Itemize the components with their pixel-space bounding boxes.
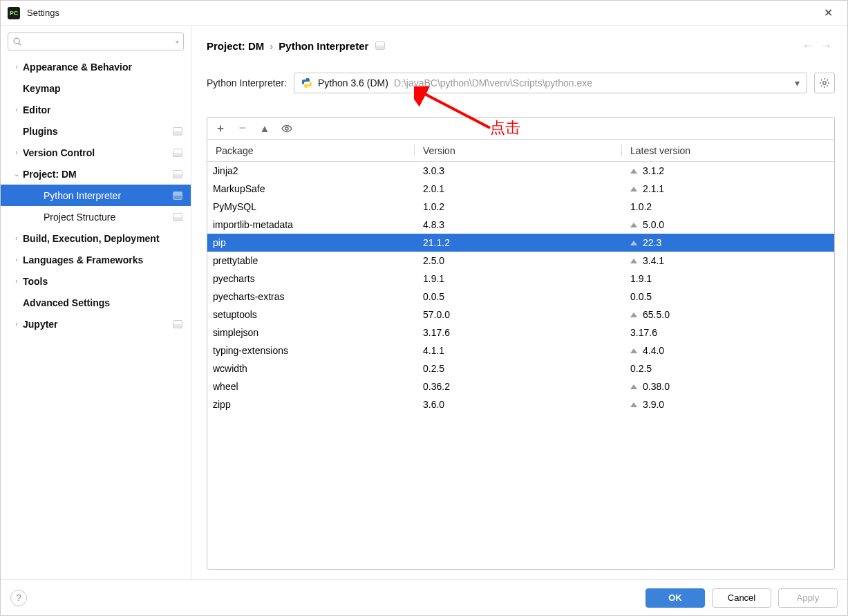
package-panel: + − ▲ Package Version Latest version Jin… — [207, 117, 835, 570]
sidebar-item[interactable]: ›Appearance & Behavior — [1, 56, 191, 77]
package-latest: 65.5.0 — [622, 309, 834, 320]
chevron-down-icon: ▾ — [795, 77, 800, 88]
sidebar-item-label: Editor — [23, 104, 191, 115]
table-row[interactable]: pyecharts1.9.11.9.1 — [207, 270, 834, 288]
table-row[interactable]: prettytable2.5.03.4.1 — [207, 252, 834, 270]
package-version: 2.0.1 — [415, 183, 622, 194]
chevron-right-icon[interactable]: › — [13, 106, 20, 113]
package-latest: 0.0.5 — [622, 291, 834, 302]
svg-point-2 — [823, 82, 826, 84]
interpreter-dropdown[interactable]: Python 3.6 (DM) D:\javaBC\python\DM\venv… — [294, 73, 807, 93]
package-version: 4.8.3 — [415, 219, 622, 230]
module-badge-icon — [173, 170, 182, 178]
package-latest: 0.2.5 — [622, 363, 834, 374]
chevron-right-icon[interactable]: › — [13, 234, 20, 242]
upgrade-available-icon — [630, 348, 637, 353]
breadcrumb-sep: › — [270, 40, 273, 52]
table-row[interactable]: zipp3.6.03.9.0 — [207, 395, 834, 413]
sidebar-item[interactable]: ›Keymap — [1, 77, 191, 99]
package-name: PyMySQL — [207, 201, 415, 212]
sidebar-item[interactable]: ›Plugins — [1, 120, 191, 142]
sidebar-item[interactable]: ›Build, Execution, Deployment — [1, 227, 191, 249]
sidebar-item[interactable]: ›Python Interpreter — [1, 185, 191, 206]
breadcrumb-leaf: Python Interpreter — [279, 40, 368, 52]
package-latest: 2.1.1 — [622, 183, 834, 194]
sidebar-item-label: Advanced Settings — [23, 297, 191, 308]
package-name: setuptools — [207, 309, 415, 320]
sidebar-item[interactable]: ⌄Project: DM — [1, 163, 191, 185]
settings-tree: ›Appearance & Behavior›Keymap›Editor›Plu… — [1, 56, 191, 579]
ok-button[interactable]: OK — [646, 588, 705, 608]
package-name: zipp — [207, 399, 415, 410]
svg-line-1 — [19, 43, 21, 45]
chevron-right-icon[interactable]: › — [13, 256, 20, 263]
sidebar-item-label: Tools — [23, 276, 191, 287]
apply-button[interactable]: Apply — [778, 588, 838, 608]
table-row[interactable]: MarkupSafe2.0.12.1.1 — [207, 180, 834, 198]
table-row[interactable]: wcwidth0.2.50.2.5 — [207, 360, 834, 377]
column-header-package[interactable]: Package — [207, 145, 415, 156]
sidebar-item[interactable]: ›Jupyter — [1, 313, 191, 335]
table-row[interactable]: simplejson3.17.63.17.6 — [207, 324, 834, 342]
svg-point-0 — [14, 38, 19, 44]
help-button[interactable]: ? — [10, 590, 27, 606]
sidebar-item-label: Project: DM — [23, 169, 173, 180]
package-name: pyecharts-extras — [207, 291, 415, 302]
chevron-down-icon[interactable]: ⌄ — [13, 170, 20, 178]
nav-back-icon[interactable]: ← — [799, 39, 817, 53]
table-row[interactable]: importlib-metadata4.8.35.0.0 — [207, 216, 834, 234]
bottom-bar: ? OK Cancel Apply — [1, 579, 847, 615]
column-header-version[interactable]: Version — [415, 145, 622, 156]
module-badge-icon — [173, 127, 182, 136]
package-latest: 3.17.6 — [622, 327, 834, 338]
table-row[interactable]: wheel0.36.20.38.0 — [207, 377, 834, 395]
chevron-right-icon[interactable]: › — [13, 320, 20, 328]
chevron-right-icon[interactable]: › — [13, 63, 20, 71]
package-version: 1.0.2 — [415, 201, 622, 212]
package-name: Jinja2 — [207, 165, 415, 176]
show-early-releases-button[interactable] — [281, 122, 293, 135]
app-icon: PC — [8, 7, 20, 19]
package-latest: 3.9.0 — [622, 399, 834, 410]
module-badge-icon — [173, 192, 182, 200]
search-icon — [12, 37, 22, 46]
sidebar-item[interactable]: ›Editor — [1, 99, 191, 120]
close-icon[interactable]: ✕ — [816, 6, 840, 19]
package-version: 0.2.5 — [415, 363, 622, 374]
package-version: 3.6.0 — [415, 399, 622, 410]
sidebar-item[interactable]: ›Version Control — [1, 142, 191, 163]
module-badge-icon — [173, 149, 182, 157]
upgrade-available-icon — [630, 187, 637, 192]
upgrade-available-icon — [630, 169, 637, 174]
remove-package-button[interactable]: − — [236, 122, 249, 135]
interpreter-path: D:\javaBC\python\DM\venv\Scripts\python.… — [394, 77, 789, 88]
table-row[interactable]: pyecharts-extras0.0.50.0.5 — [207, 288, 834, 306]
chevron-right-icon[interactable]: › — [13, 277, 20, 285]
package-version: 0.36.2 — [415, 381, 622, 392]
cancel-button[interactable]: Cancel — [712, 588, 771, 608]
table-row[interactable]: setuptools57.0.065.5.0 — [207, 306, 834, 324]
sidebar-item[interactable]: ›Advanced Settings — [1, 292, 191, 313]
table-row[interactable]: typing-extensions4.1.14.4.0 — [207, 342, 834, 360]
sidebar-item-label: Version Control — [23, 147, 173, 158]
chevron-right-icon[interactable]: › — [13, 149, 20, 156]
sidebar-item[interactable]: ›Languages & Frameworks — [1, 249, 191, 270]
table-row[interactable]: Jinja23.0.33.1.2 — [207, 162, 834, 180]
sidebar-item[interactable]: ›Project Structure — [1, 206, 191, 227]
nav-forward-icon[interactable]: → — [817, 39, 835, 53]
package-version: 4.1.1 — [415, 345, 622, 356]
package-version: 1.9.1 — [415, 273, 622, 284]
eye-icon — [281, 123, 292, 134]
table-row[interactable]: pip21.1.222.3 — [207, 234, 834, 252]
table-row[interactable]: PyMySQL1.0.21.0.2 — [207, 198, 834, 216]
interpreter-settings-button[interactable] — [814, 73, 835, 93]
package-name: typing-extensions — [207, 345, 415, 356]
breadcrumb-root[interactable]: Project: DM — [207, 40, 264, 52]
upgrade-package-button[interactable]: ▲ — [258, 122, 271, 135]
search-input[interactable]: ▾ — [8, 32, 184, 50]
sidebar-item[interactable]: ›Tools — [1, 270, 191, 292]
column-header-latest[interactable]: Latest version — [622, 145, 834, 156]
add-package-button[interactable]: + — [214, 122, 227, 135]
upgrade-available-icon — [630, 259, 637, 263]
package-version: 3.0.3 — [415, 165, 622, 176]
